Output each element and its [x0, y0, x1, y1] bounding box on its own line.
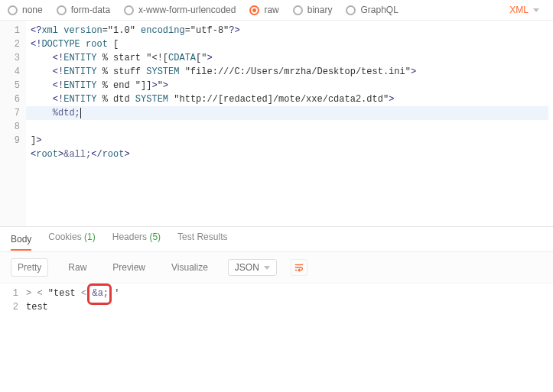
view-visualize-button[interactable]: Visualize: [165, 259, 214, 276]
body-type-form-data[interactable]: form-data: [57, 5, 110, 15]
response-code[interactable]: > < "test < &a; 'test: [26, 287, 119, 392]
response-tabs: Body Cookies (1) Headers (5) Test Result…: [0, 227, 553, 252]
body-type-raw[interactable]: raw: [249, 5, 278, 15]
radio-icon: [293, 5, 303, 15]
view-raw-button[interactable]: Raw: [62, 259, 93, 276]
body-type-label: binary: [307, 5, 333, 15]
body-type-none[interactable]: none: [8, 5, 43, 15]
body-type-binary[interactable]: binary: [293, 5, 333, 15]
body-type-urlencoded[interactable]: x-www-form-urlencoded: [124, 5, 236, 15]
chevron-down-icon: [533, 8, 539, 12]
body-type-label: GraphQL: [360, 5, 398, 15]
response-editor[interactable]: 12 > < "test < &a; 'test: [0, 283, 553, 392]
tab-label: Headers: [112, 232, 147, 242]
response-gutter: 12: [0, 287, 26, 392]
radio-icon: [124, 5, 134, 15]
chevron-down-icon: [264, 266, 270, 270]
editor-code[interactable]: <?xml version="1.0" encoding="utf-8"?> <…: [26, 21, 553, 226]
tab-count: (1): [84, 232, 96, 242]
tab-cookies[interactable]: Cookies (1): [48, 232, 95, 247]
body-type-row: none form-data x-www-form-urlencoded raw…: [0, 0, 553, 21]
body-type-label: x-www-form-urlencoded: [138, 5, 236, 15]
body-type-label: form-data: [71, 5, 110, 15]
response-toolbar: Pretty Raw Preview Visualize JSON: [0, 252, 553, 283]
radio-icon: [346, 5, 356, 15]
view-pretty-button[interactable]: Pretty: [11, 258, 48, 277]
wrap-lines-button[interactable]: [291, 259, 307, 276]
tab-headers[interactable]: Headers (5): [112, 232, 161, 247]
request-editor[interactable]: 123456789 <?xml version="1.0" encoding="…: [0, 21, 553, 227]
radio-icon: [8, 5, 18, 15]
tab-body[interactable]: Body: [11, 234, 31, 251]
view-preview-button[interactable]: Preview: [106, 259, 151, 276]
tab-label: Test Results: [177, 232, 227, 242]
tab-label: Cookies: [48, 232, 81, 242]
wrap-icon: [294, 262, 304, 273]
radio-icon: [57, 5, 67, 15]
body-type-label: none: [22, 5, 43, 15]
body-type-label: raw: [264, 5, 278, 15]
response-format-label: JSON: [235, 262, 259, 273]
raw-format-select[interactable]: XML: [509, 5, 539, 15]
tab-test-results[interactable]: Test Results: [177, 232, 227, 247]
tab-count: (5): [149, 232, 161, 242]
tab-label: Body: [11, 234, 31, 245]
response-format-select[interactable]: JSON: [228, 259, 277, 276]
editor-gutter: 123456789: [0, 21, 26, 226]
raw-format-label: XML: [509, 5, 529, 15]
body-type-graphql[interactable]: GraphQL: [346, 5, 398, 15]
radio-icon: [249, 5, 259, 15]
